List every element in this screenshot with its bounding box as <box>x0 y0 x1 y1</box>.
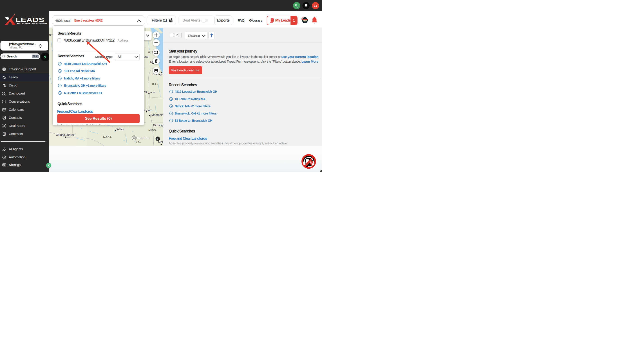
svg-text:$: $ <box>4 133 5 135</box>
svg-text:Dallas: Dallas <box>116 128 124 131</box>
svg-text:MISS.: MISS. <box>148 129 157 132</box>
svg-text:TEXAS: TEXAS <box>101 135 112 138</box>
svg-text:Memphis: Memphis <box>151 113 163 117</box>
svg-text:Birmingha: Birmingha <box>153 124 163 127</box>
svg-text:mapbox: mapbox <box>137 136 150 140</box>
svg-text:ILL.: ILL. <box>152 83 158 85</box>
svg-text:esboro: esboro <box>144 108 152 112</box>
svg-text:Ciudad Juárez: Ciudad Juárez <box>56 133 75 137</box>
svg-text:i: i <box>158 137 158 141</box>
svg-text:St. Louis: St. Louis <box>144 90 156 94</box>
svg-text:LA.: LA. <box>136 141 141 143</box>
svg-text:Mobile: Mobile <box>158 140 163 144</box>
